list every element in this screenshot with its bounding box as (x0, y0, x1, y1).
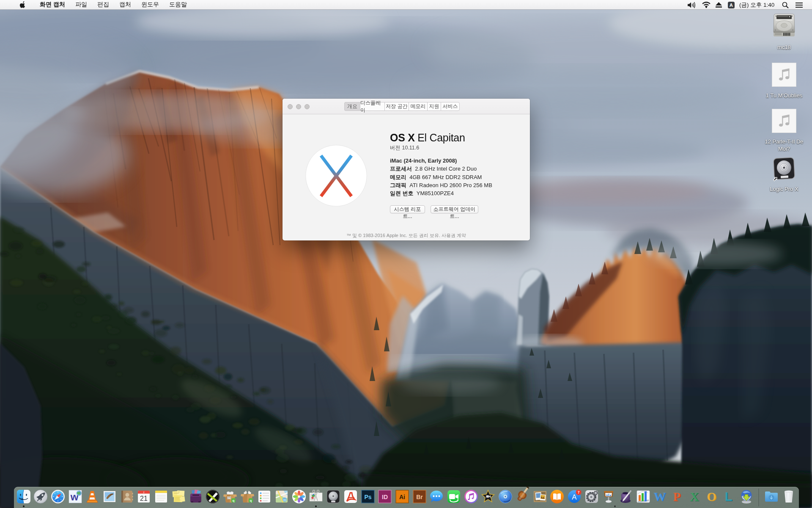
svg-text:q: q (250, 499, 252, 502)
svg-text:3D: 3D (283, 499, 286, 501)
svg-text:O: O (707, 490, 716, 503)
svg-text:GTX: GTX (227, 497, 231, 499)
svg-text:W: W (653, 490, 666, 503)
svg-text:2: 2 (143, 491, 145, 494)
svg-text:ID: ID (382, 494, 388, 500)
svg-text:Ps: Ps (364, 494, 371, 500)
svg-text:21: 21 (140, 495, 148, 502)
svg-text:X: X (690, 490, 699, 503)
svg-text:A: A (572, 493, 577, 501)
svg-text:7: 7 (578, 490, 580, 494)
svg-text:L: L (725, 490, 732, 503)
svg-text:P: P (673, 490, 681, 503)
svg-text:q: q (232, 499, 234, 502)
svg-text:Ai: Ai (399, 494, 405, 500)
svg-text:Br: Br (416, 494, 423, 500)
